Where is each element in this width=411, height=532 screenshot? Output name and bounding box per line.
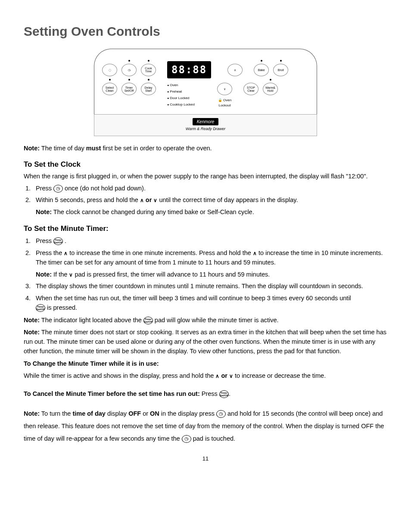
select-clean-button: Select Clean	[102, 83, 117, 95]
stop-clear-button: STOP Clear	[243, 83, 258, 95]
down-chevron-icon: ∨	[229, 373, 233, 379]
set-clock-step-2: Within 5 seconds, press and hold the ∧ o…	[32, 196, 387, 217]
page-title: Setting Oven Controls	[24, 22, 387, 41]
warm-hold-button: Warm& Hold	[263, 83, 278, 95]
heading-set-minute-timer: To Set the Minute Timer:	[24, 223, 387, 234]
clock-icon	[216, 410, 226, 418]
up-chevron-icon: ∧	[253, 250, 257, 256]
bake-button: Bake	[254, 64, 269, 76]
timer-icon: Timer Set/Off	[219, 390, 229, 398]
cancel-minute-timer-line: To Cancel the Minute Timer before the se…	[24, 389, 387, 399]
up-chevron-icon: ∧	[64, 250, 68, 256]
control-panel-diagram: ◌ ◷ Cook Time 88:88 ∧ Bake Broil Select …	[24, 49, 387, 136]
oven-lockout-icon: 🔒 Oven Lockout	[218, 98, 231, 108]
change-minute-timer-text: While the timer is active and shows in t…	[24, 371, 387, 381]
timer-button: Timer Set/Off	[121, 83, 137, 95]
timer-icon: Timer Set/Off	[143, 317, 153, 324]
delay-start-button: Delay Start	[141, 83, 156, 95]
minute-timer-step-4: When the set time has run out, the timer…	[32, 294, 387, 313]
down-arrow-button: ∨	[217, 83, 232, 95]
set-clock-step-1: Press once (do not hold pad down).	[32, 184, 387, 193]
clock-button-icon: ◷	[121, 64, 137, 76]
minute-timer-step-3: The display shows the timer countdown in…	[32, 282, 387, 291]
note-minute-timer-behavior: Note: The minute timer does not start or…	[24, 328, 387, 356]
timer-icon: Timer Set/Off	[53, 237, 63, 245]
brand-label: Kenmore	[193, 118, 219, 125]
light-button-icon: ◌	[102, 64, 117, 76]
note-time-of-day-display-toggle: Note: To turn the time of day display OF…	[24, 408, 387, 445]
clock-icon	[182, 435, 191, 443]
page-number: 11	[24, 454, 387, 463]
set-clock-intro: When the range is first plugged in, or w…	[24, 172, 387, 181]
minute-timer-step-2: Press the ∧ to increase the time in one …	[32, 249, 387, 279]
heading-change-minute-timer: To Change the Minute Timer while it is i…	[24, 359, 387, 369]
up-chevron-icon: ∧	[140, 197, 144, 203]
note-indicator-light: Note: The indicator light located above …	[24, 316, 387, 325]
heading-set-clock: To Set the Clock	[24, 159, 387, 170]
status-indicator-list: Oven Preheat Door Locked Cooktop Locked	[167, 83, 206, 107]
broil-button: Broil	[273, 64, 288, 76]
cook-time-button: Cook Time	[141, 64, 156, 76]
timer-icon: Timer Set/Off	[36, 304, 45, 312]
up-arrow-button: ∧	[227, 64, 243, 76]
minute-timer-step-1: Press Timer Set/Off .	[32, 236, 387, 246]
note-time-of-day-required: Note: The time of day must first be set …	[24, 144, 387, 153]
drawer-label: Warm & Ready Drawer	[186, 127, 225, 131]
clock-icon	[53, 185, 63, 193]
lower-panel: Kenmore Warm & Ready Drawer	[94, 114, 317, 136]
clock-display: 88:88	[167, 61, 211, 78]
